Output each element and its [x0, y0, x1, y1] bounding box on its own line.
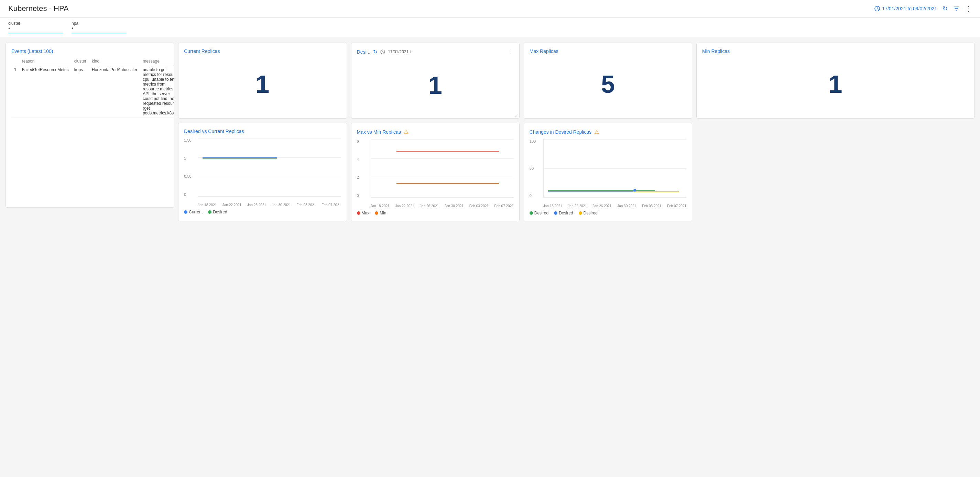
- legend-dot-blue: [554, 211, 557, 215]
- hpa-filter[interactable]: hpa *: [72, 21, 127, 33]
- legend-max: Max: [357, 211, 370, 216]
- legend-min: Min: [375, 211, 386, 216]
- legend-cd: Desired Desired Desired: [530, 211, 686, 216]
- desired-vs-current-chart: Desired vs Current Replicas 1.50 1 0.50 …: [178, 123, 347, 221]
- events-cell-kind: [89, 118, 140, 122]
- chart-area-cd: 100 50 0 Jan 18 2021 Jan 22 2021 Jan 26 …: [530, 139, 686, 208]
- events-cell-num: [11, 118, 19, 122]
- legend-desired: Desired: [208, 210, 227, 214]
- events-col-reason: reason: [19, 57, 72, 65]
- refresh-icon[interactable]: ↻: [942, 5, 948, 13]
- x-labels-mvm: Jan 18 2021 Jan 22 2021 Jan 26 2021 Jan …: [371, 204, 514, 208]
- clock-icon: [875, 6, 880, 11]
- table-row: [11, 118, 174, 122]
- events-cell-reason: [19, 118, 72, 122]
- resize-handle[interactable]: [514, 113, 518, 117]
- desired-yellow-line: [633, 192, 679, 192]
- current-replicas-value: 1: [184, 57, 341, 112]
- desired-card-header: Desi... ↻ 17/01/2021 t ⋮: [357, 48, 514, 55]
- current-line: [202, 157, 277, 158]
- events-cell-reason: FailedGetResourceMetric: [19, 65, 72, 118]
- warning-icon-maxmin: ⚠: [404, 128, 409, 135]
- events-cell-kind: HorizontalPodAutoscaler: [89, 65, 140, 118]
- events-title: Events (Latest 100): [11, 48, 168, 54]
- chart-area-mvm: 6 4 2 0 Jan 18 2021 Jan 22 2021 Jan 26 2…: [357, 139, 514, 208]
- x-labels-dvc: Jan 18 2021 Jan 22 2021 Jan 26 2021 Jan …: [198, 203, 341, 207]
- legend-desired-green: Desired: [530, 211, 549, 216]
- date-range-display: 17/01/2021 to 09/02/2021: [875, 6, 937, 11]
- current-replicas-title: Current Replicas: [184, 48, 341, 54]
- desired-blue-line: [548, 192, 636, 192]
- changes-desired-chart: Changes in Desired Replicas ⚠ 100 50 0: [524, 123, 692, 221]
- max-line: [396, 151, 499, 152]
- chart-plot-mvm: [371, 139, 514, 198]
- max-replicas-value: 5: [530, 57, 686, 112]
- grid-line: [198, 138, 341, 138]
- desired-replicas-title: Desi...: [357, 49, 371, 55]
- grid-line: [198, 177, 341, 177]
- legend-dot-max: [357, 211, 360, 215]
- chart-plot-cd: [543, 139, 686, 198]
- grid-line: [544, 139, 686, 139]
- events-cell-message: [140, 118, 174, 122]
- desired-clock-icon: [380, 49, 385, 54]
- events-col-message: message: [140, 57, 174, 65]
- table-row: 1FailedGetResourceMetrickopsHorizontalPo…: [11, 65, 174, 118]
- events-card: Events (Latest 100) reason cluster kind …: [5, 43, 174, 208]
- grid-line: [371, 158, 514, 159]
- main-content: Current Replicas 1 Desi... ↻ 17/01/2021 …: [0, 37, 980, 227]
- y-labels-mvm: 6 4 2 0: [357, 139, 369, 198]
- events-cell-cluster: [72, 118, 89, 122]
- max-vs-min-chart: Max vs Min Replicas ⚠ 6 4 2 0 Jan 18 202…: [351, 123, 520, 221]
- legend-desired-blue: Desired: [554, 211, 573, 216]
- more-options-icon[interactable]: ⋮: [965, 5, 972, 13]
- legend-current: Current: [184, 210, 202, 214]
- grid-line: [371, 139, 514, 139]
- grid-line: [544, 168, 686, 169]
- max-replicas-title: Max Replicas: [530, 48, 686, 54]
- desired-refresh-icon[interactable]: ↻: [373, 49, 377, 55]
- desired-more-icon[interactable]: ⋮: [508, 48, 514, 55]
- min-replicas-value: 1: [702, 57, 969, 112]
- events-col-num: [11, 57, 19, 65]
- y-labels-cd: 100 50 0: [530, 139, 542, 198]
- desired-date-meta: 17/01/2021 t: [388, 49, 411, 54]
- legend-desired-yellow: Desired: [579, 211, 598, 216]
- events-col-kind: kind: [89, 57, 140, 65]
- legend-dot-min: [375, 211, 378, 215]
- max-replicas-card: Max Replicas 5: [524, 43, 692, 119]
- grid-line: [371, 177, 514, 178]
- desired-line: [202, 158, 277, 159]
- x-labels-cd: Jan 18 2021 Jan 22 2021 Jan 26 2021 Jan …: [543, 204, 686, 208]
- current-replicas-card: Current Replicas 1: [178, 43, 347, 119]
- legend-dot-desired: [208, 210, 212, 214]
- min-replicas-card: Min Replicas 1: [696, 43, 975, 119]
- events-cell-num: 1: [11, 65, 19, 118]
- legend-dot-current: [184, 210, 188, 214]
- events-col-cluster: cluster: [72, 57, 89, 65]
- filter-icon[interactable]: [953, 5, 959, 12]
- filter-bar: cluster * hpa *: [0, 17, 980, 37]
- changes-desired-title: Changes in Desired Replicas ⚠: [530, 128, 686, 135]
- desired-vs-current-title: Desired vs Current Replicas: [184, 128, 341, 134]
- events-table: reason cluster kind message 1FailedGetRe…: [11, 57, 174, 122]
- chart-plot-dvc: [198, 138, 341, 197]
- legend-dot-green: [530, 211, 533, 215]
- app-header: Kubernetes - HPA 17/01/2021 to 09/02/202…: [0, 0, 980, 17]
- desired-replicas-card: Desi... ↻ 17/01/2021 t ⋮ 1: [351, 43, 520, 119]
- desired-replicas-value: 1: [357, 58, 514, 113]
- chart-area-dvc: 1.50 1 0.50 0 Jan 18 2021 Jan 22 2021 Ja…: [184, 138, 341, 207]
- events-cell-cluster: kops: [72, 65, 89, 118]
- desired-green-line: [548, 190, 655, 191]
- cluster-filter[interactable]: cluster *: [8, 21, 63, 33]
- legend-dvc: Current Desired: [184, 210, 341, 214]
- page-title: Kubernetes - HPA: [8, 4, 69, 13]
- legend-dot-yellow: [579, 211, 582, 215]
- min-replicas-title: Min Replicas: [702, 48, 969, 54]
- warning-icon-changes: ⚠: [594, 128, 599, 135]
- header-controls: 17/01/2021 to 09/02/2021 ↻ ⋮: [875, 5, 972, 13]
- y-labels-dvc: 1.50 1 0.50 0: [184, 138, 196, 197]
- min-line: [396, 183, 499, 184]
- max-vs-min-title: Max vs Min Replicas ⚠: [357, 128, 514, 135]
- events-cell-message: unable to get metrics for resource cpu: …: [140, 65, 174, 118]
